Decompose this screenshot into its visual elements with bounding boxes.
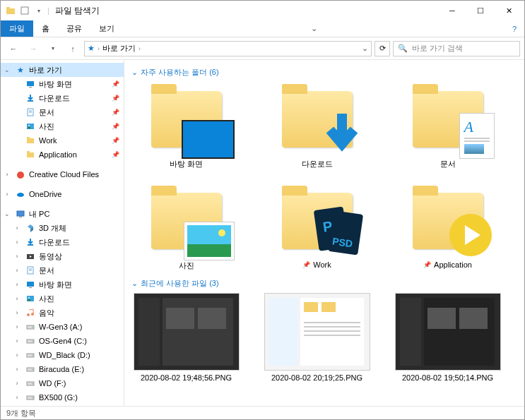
address-field[interactable]: ★ › 바로 가기 › ⌄ [84, 41, 372, 56]
svg-rect-25 [29, 287, 32, 288]
tree-item[interactable]: ›RAMDISK (Z:) [1, 404, 124, 406]
minimize-button[interactable]: ─ [438, 1, 466, 20]
section-frequent[interactable]: ⌄자주 사용하는 폴더 (6) [131, 67, 517, 78]
svg-rect-61 [304, 326, 360, 328]
svg-rect-0 [6, 8, 15, 14]
tree-item[interactable]: ›바탕 화면 [1, 277, 124, 292]
svg-point-10 [28, 125, 30, 126]
tree-quick-access[interactable]: ⌄★ 바로 가기 [1, 63, 124, 77]
search-icon: 🔍 [398, 44, 408, 53]
tree-item[interactable]: 사진📌 [1, 119, 124, 133]
tree-item[interactable]: ›OS-Gen4 (C:) [1, 334, 124, 348]
svg-rect-60 [304, 322, 360, 323]
tree-this-pc[interactable]: ⌄ 내 PC [1, 207, 124, 221]
svg-rect-62 [304, 330, 360, 332]
file-tile[interactable]: 2020-08-02 19;48;56.PNG [131, 293, 241, 382]
svg-rect-52 [138, 298, 160, 366]
tree-item[interactable]: ›문서 [1, 263, 124, 277]
svg-rect-64 [400, 298, 421, 366]
tree-item[interactable]: Application📌 [1, 148, 124, 162]
recent-dropdown[interactable]: ▾ [45, 40, 61, 57]
folder-tile[interactable]: 📌Application [393, 184, 502, 271]
tree-item[interactable]: 다운로드📌 [1, 91, 124, 105]
tree-creative-cloud[interactable]: › Creative Cloud Files [1, 167, 124, 181]
svg-rect-14 [27, 151, 30, 153]
svg-point-15 [17, 172, 24, 179]
file-tile[interactable]: 2020-08-02 19;50;14.PNG [393, 293, 502, 382]
svg-rect-67 [459, 308, 488, 329]
section-recent[interactable]: ⌄최근에 사용한 파일 (3) [131, 278, 517, 289]
tree-item[interactable]: ›사진 [1, 292, 124, 306]
tab-file[interactable]: 파일 [1, 20, 33, 37]
svg-rect-55 [198, 308, 226, 329]
svg-point-16 [17, 193, 24, 197]
svg-point-29 [31, 313, 34, 316]
folder-tile[interactable]: A문서 [393, 82, 502, 169]
svg-rect-56 [269, 298, 297, 366]
folder-tile[interactable]: PsPSD📌Work [262, 184, 372, 271]
svg-rect-13 [27, 152, 34, 157]
svg-point-35 [32, 355, 33, 356]
navigation-tree: ⌄★ 바로 가기 바탕 화면📌다운로드📌문서📌사진📌Work📌Applicati… [1, 60, 124, 406]
svg-rect-11 [27, 138, 34, 143]
svg-rect-17 [17, 211, 24, 216]
tree-item[interactable]: ›BX500 (G:) [1, 390, 124, 404]
back-button[interactable]: ← [5, 40, 22, 57]
search-input[interactable]: 🔍 바로 가기 검색 [393, 41, 520, 56]
svg-rect-66 [427, 308, 456, 329]
svg-rect-1 [6, 7, 10, 9]
svg-rect-63 [304, 335, 360, 336]
tab-view[interactable]: 보기 [90, 20, 123, 37]
tree-item[interactable]: ›3D 개체 [1, 221, 124, 235]
tree-item[interactable]: 바탕 화면📌 [1, 77, 124, 91]
folder-tile[interactable]: 사진 [131, 184, 241, 271]
folder-tile[interactable]: 다운로드 [262, 82, 372, 169]
svg-point-37 [32, 369, 33, 371]
tab-share[interactable]: 공유 [58, 20, 90, 37]
maximize-button[interactable]: ☐ [466, 1, 495, 20]
tree-onedrive[interactable]: › OneDrive [1, 187, 124, 201]
tree-item[interactable]: ›W-Gen3 (A:) [1, 320, 124, 334]
tree-item[interactable]: ›음악 [1, 306, 124, 320]
address-bar: ← → ▾ ↑ ★ › 바로 가기 › ⌄ ⟳ 🔍 바로 가기 검색 [1, 37, 524, 60]
svg-rect-4 [29, 87, 32, 88]
title-bar: ▾ | 파일 탐색기 ─ ☐ ✕ [1, 1, 524, 20]
tree-item[interactable]: ›다운로드 [1, 235, 124, 249]
ribbon-expand-button[interactable]: ⌄ [304, 20, 324, 37]
svg-rect-59 [322, 302, 336, 312]
help-button[interactable]: ? [505, 20, 524, 37]
up-button[interactable]: ↑ [64, 40, 81, 57]
tab-home[interactable]: 홈 [33, 20, 58, 37]
tree-item[interactable]: ›WD_Black (D:) [1, 348, 124, 362]
close-button[interactable]: ✕ [495, 1, 523, 20]
tree-item[interactable]: ›Biracuda (E:) [1, 362, 124, 376]
svg-point-33 [32, 341, 33, 342]
status-bar: 9개 항목 [1, 406, 524, 420]
star-icon: ★ [88, 44, 95, 53]
tree-item[interactable]: 문서📌 [1, 105, 124, 119]
tree-item[interactable]: Work📌 [1, 133, 124, 148]
svg-rect-54 [166, 308, 194, 329]
tree-item[interactable]: ›동영상 [1, 249, 124, 263]
svg-rect-3 [27, 81, 34, 86]
qat-btn[interactable] [19, 5, 30, 16]
svg-rect-18 [19, 217, 22, 217]
svg-point-31 [32, 327, 33, 328]
svg-rect-19 [28, 244, 33, 246]
forward-button[interactable]: → [25, 40, 42, 57]
svg-point-39 [32, 383, 33, 385]
svg-point-27 [28, 297, 30, 299]
svg-point-41 [32, 397, 33, 399]
tree-item[interactable]: ›WD (F:) [1, 376, 124, 390]
file-tile[interactable]: 2020-08-02 20;19;25.PNG [262, 293, 372, 382]
folder-tile[interactable]: 바탕 화면 [131, 82, 241, 169]
ribbon: 파일 홈 공유 보기 ⌄ ? [1, 20, 524, 37]
svg-rect-12 [27, 137, 30, 139]
content-pane: ⌄자주 사용하는 폴더 (6) 바탕 화면다운로드A문서사진PsPSD📌Work… [124, 60, 524, 406]
chevron-down-icon[interactable]: ⌄ [362, 44, 368, 53]
qat-dropdown-icon[interactable]: ▾ [33, 5, 45, 16]
window-title: 파일 탐색기 [55, 5, 100, 17]
svg-rect-24 [27, 282, 34, 287]
refresh-button[interactable]: ⟳ [374, 41, 390, 56]
svg-rect-5 [28, 100, 33, 102]
